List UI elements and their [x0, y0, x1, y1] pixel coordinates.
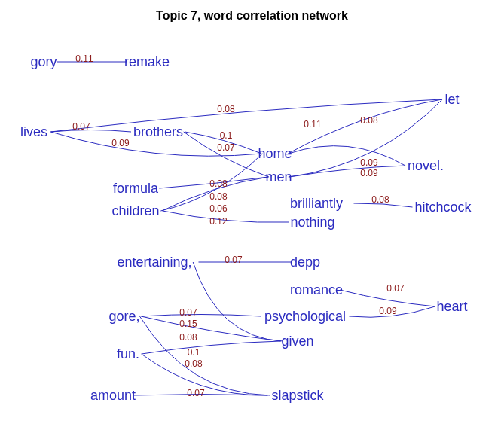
edge-label-entertaining-depp: 0.07 — [225, 255, 242, 265]
edge-label-gore-given: 0.15 — [179, 319, 197, 329]
node-depp: depp — [290, 255, 320, 270]
node-romance: romance — [290, 282, 343, 298]
edge-gore-psychological — [142, 315, 261, 317]
edge-label-brilliantly-hitchcock: 0.08 — [371, 194, 389, 205]
edge-gore-slapstick — [139, 316, 270, 395]
node-remake: remake — [124, 54, 170, 70]
node-heart: heart — [436, 299, 467, 315]
node-children: children — [111, 203, 159, 219]
edge-label-gory-remake: 0.11 — [75, 53, 93, 64]
edge-label-romance-heart: 0.07 — [386, 283, 404, 294]
edge-label-children-men: 0.08 — [209, 191, 227, 202]
node-lives: lives — [20, 124, 47, 140]
node-entertaining: entertaining, — [117, 255, 191, 270]
edge-label-children-nothing: 0.12 — [209, 216, 227, 227]
edge-lives-let — [50, 99, 441, 132]
node-given: given — [281, 334, 313, 349]
node-men: men — [265, 169, 292, 185]
edge-label-men-novel: 0.09 — [360, 157, 377, 168]
node-brilliantly: brilliantly — [290, 196, 343, 212]
edge-label-fun-slapstick: 0.08 — [185, 358, 202, 369]
node-fun: fun. — [117, 346, 139, 362]
edge-label-home-novel: 0.08 — [360, 115, 377, 126]
node-formula: formula — [113, 181, 158, 197]
node-nothing: nothing — [290, 215, 334, 230]
edge-label-formula-men: 0.08 — [209, 178, 227, 189]
node-hitchcock: hitchcock — [414, 200, 471, 215]
edge-men-novel — [289, 166, 405, 177]
node-novel: novel. — [408, 158, 444, 174]
edge-label-men-let: 0.09 — [360, 168, 377, 178]
edge-label-lives-brothers: 0.07 — [72, 121, 90, 132]
edge-label-gore-psychological: 0.07 — [179, 307, 197, 318]
edge-fun-given — [142, 341, 281, 354]
edge-label-gore-slapstick: 0.08 — [179, 332, 197, 343]
node-let: let — [444, 92, 459, 108]
edge-label-brothers-men: 0.07 — [217, 142, 234, 153]
edge-label-psychological-heart: 0.09 — [379, 306, 396, 316]
node-gory: gory — [30, 54, 57, 70]
edge-label-fun-given: 0.1 — [188, 347, 200, 358]
edge-layer — [0, 0, 504, 436]
node-slapstick: slapstick — [271, 388, 323, 404]
node-gore: gore, — [108, 309, 139, 325]
edge-label-amount-slapstick: 0.07 — [187, 388, 204, 398]
edge-label-children-home: 0.06 — [209, 203, 227, 214]
node-psychological: psychological — [264, 309, 346, 325]
node-amount: amount — [90, 388, 136, 404]
edge-entertaining-given — [193, 262, 283, 341]
node-brothers: brothers — [133, 124, 183, 140]
edge-label-lives-let: 0.08 — [217, 104, 234, 114]
node-home: home — [258, 146, 292, 162]
edge-label-lives-home: 0.09 — [111, 138, 129, 148]
edge-label-brothers-home: 0.1 — [220, 130, 233, 141]
edge-label-home-let: 0.11 — [304, 119, 321, 130]
